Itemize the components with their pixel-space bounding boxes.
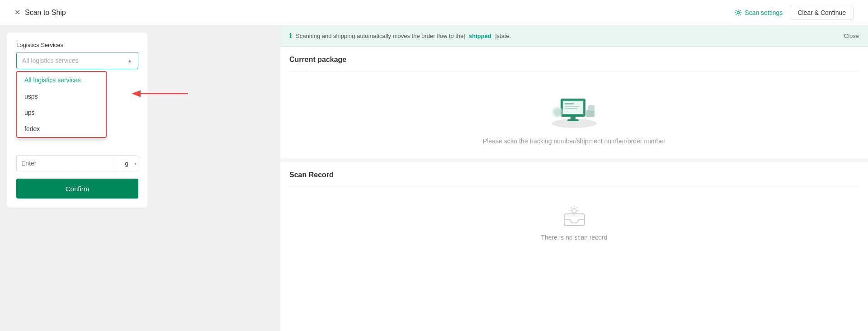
chevron-up-icon: ▲ [127,57,132,64]
main-content: Logistics Services All logistics service… [0,25,868,331]
dropdown-item-fedex[interactable]: fedex [17,121,106,137]
gear-icon [735,9,742,16]
svg-point-0 [737,11,740,14]
svg-line-24 [576,208,577,208]
annotation-arrow [107,76,206,112]
weight-unit-wrapper: g kg lb oz ▾ [115,155,138,171]
dropdown-item-ups[interactable]: ups [17,104,106,121]
dropdown-item-all[interactable]: All logistics services [17,72,106,88]
svg-rect-10 [567,119,579,121]
banner-prefix: Scanning and shipping automatically move… [296,33,465,39]
current-package-section: Current package [280,47,868,158]
logistics-label: Logistics Services [16,42,138,48]
weight-row: g kg lb oz ▾ [16,155,138,171]
svg-point-16 [572,208,576,213]
info-icon: ℹ [289,32,292,40]
section-divider [280,158,868,162]
svg-rect-8 [565,108,577,109]
package-empty-state: Please scan the tracking number/shipment… [289,71,859,158]
svg-rect-6 [565,103,574,104]
scan-record-empty-state: There is no scan record [289,187,859,259]
logistics-dropdown: All logistics services usps ups fedex [16,71,107,138]
page-title: Scan to Ship [25,9,66,17]
svg-line-21 [571,208,571,208]
header-right: Scan settings Clear & Continue [735,6,854,19]
logistics-select-value: All logistics services [22,57,78,64]
current-package-title: Current package [289,47,859,71]
header-left: ✕ Scan to Ship [14,8,66,17]
no-record-text: There is no scan record [541,234,607,241]
svg-point-14 [554,109,561,116]
empty-record-icon [562,205,587,227]
package-illustration [545,90,604,130]
svg-rect-7 [565,106,579,107]
scan-record-section: Scan Record [280,162,868,259]
confirm-button[interactable]: Confirm [16,179,138,199]
right-panel: ℹ Scanning and shipping automatically mo… [280,25,868,331]
info-banner: ℹ Scanning and shipping automatically mo… [280,25,868,47]
clear-continue-button[interactable]: Clear & Continue [790,6,854,19]
weight-input[interactable] [16,155,115,171]
form-panel: Logistics Services All logistics service… [7,33,147,208]
svg-rect-12 [588,105,594,111]
scan-settings-button[interactable]: Scan settings [735,9,783,16]
logistics-select-wrapper[interactable]: All logistics services ▲ All logistics s… [16,52,138,69]
svg-rect-11 [586,110,594,117]
header: ✕ Scan to Ship Scan settings Clear & Con… [0,0,868,25]
banner-text: ℹ Scanning and shipping automatically mo… [289,32,511,40]
dropdown-item-usps[interactable]: usps [17,88,106,104]
scan-record-title: Scan Record [289,162,859,187]
scan-empty-text: Please scan the tracking number/shipment… [483,137,665,145]
scan-settings-label: Scan settings [745,9,783,16]
shipped-badge: shipped [469,33,491,39]
banner-suffix: ]state. [495,33,511,39]
close-icon[interactable]: ✕ [14,8,20,17]
left-panel: Logistics Services All logistics service… [0,25,280,331]
weight-unit-select[interactable]: g kg lb oz [115,155,138,171]
content-area: Current package [280,47,868,331]
banner-close-button[interactable]: Close [844,33,859,39]
svg-line-23 [571,213,571,214]
logistics-select[interactable]: All logistics services ▲ [16,52,138,69]
svg-line-22 [576,213,577,214]
